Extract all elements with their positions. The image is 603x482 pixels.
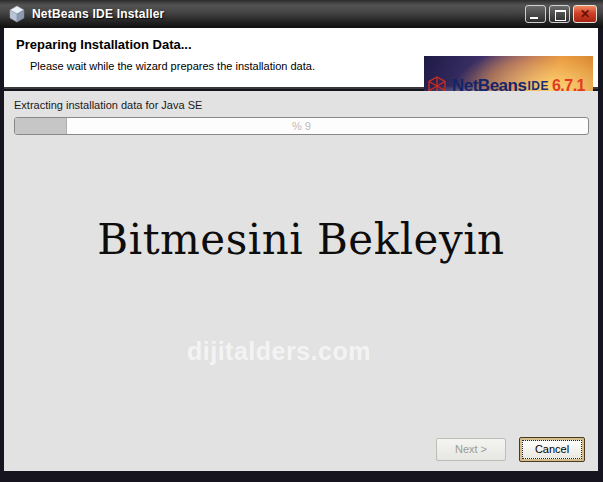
- close-button[interactable]: ✕: [573, 5, 597, 23]
- cancel-button[interactable]: Cancel: [519, 437, 585, 462]
- installer-window: NetBeans IDE Installer ✕ Preparing Insta…: [0, 0, 603, 482]
- progress-percent-text: % 9: [15, 118, 588, 134]
- minimize-button[interactable]: [525, 5, 546, 23]
- wizard-button-row: Next > Cancel: [436, 437, 585, 462]
- step-subtitle: Please wait while the wizard prepares th…: [30, 60, 315, 72]
- cancel-button-label: Cancel: [522, 440, 582, 459]
- wizard-header: Preparing Installation Data... Please wa…: [4, 28, 598, 89]
- watermark-text: dijitalders.com: [187, 337, 371, 366]
- step-title: Preparing Installation Data...: [16, 37, 192, 52]
- titlebar: NetBeans IDE Installer ✕: [0, 0, 603, 28]
- wait-message: Bitmesini Bekleyin: [4, 215, 598, 264]
- client-area: Extracting installation data for Java SE…: [4, 91, 598, 471]
- next-button[interactable]: Next >: [436, 438, 506, 461]
- netbeans-cube-icon: [8, 5, 26, 23]
- progress-bar: % 9: [14, 117, 589, 135]
- progress-label: Extracting installation data for Java SE: [14, 99, 202, 111]
- window-title: NetBeans IDE Installer: [32, 7, 525, 21]
- maximize-button[interactable]: [549, 5, 570, 23]
